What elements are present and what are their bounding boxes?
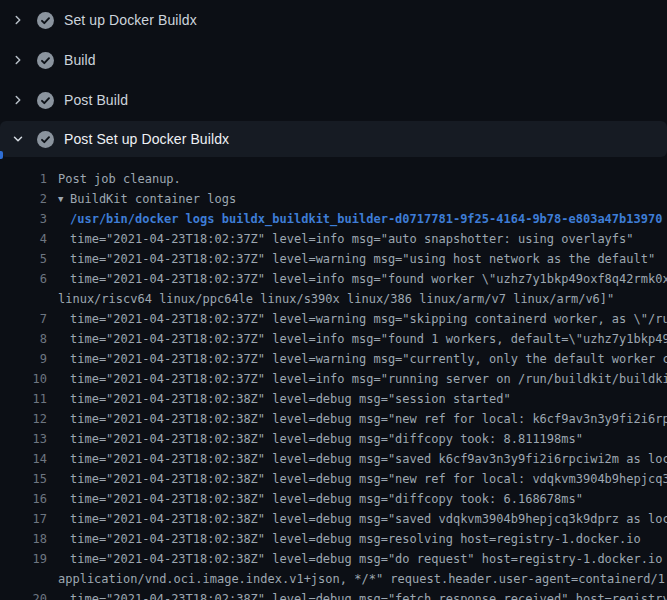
log-text: Post job cleanup. bbox=[47, 169, 181, 189]
log-row: 16time="2021-04-23T18:02:38Z" level=debu… bbox=[0, 489, 667, 509]
log-text: time="2021-04-23T18:02:37Z" level=info m… bbox=[47, 269, 667, 289]
log-text: time="2021-04-23T18:02:37Z" level=info m… bbox=[47, 229, 634, 249]
line-number[interactable]: 5 bbox=[0, 249, 47, 269]
log-row: 7time="2021-04-23T18:02:37Z" level=warni… bbox=[0, 309, 667, 329]
log-row: 4time="2021-04-23T18:02:37Z" level=info … bbox=[0, 229, 667, 249]
log-text: time="2021-04-23T18:02:37Z" level=warnin… bbox=[47, 349, 667, 369]
log-row: 19time="2021-04-23T18:02:38Z" level=debu… bbox=[0, 549, 667, 569]
log-row-continuation: application/vnd.oci.image.index.v1+json,… bbox=[0, 569, 667, 589]
log-text: time="2021-04-23T18:02:38Z" level=debug … bbox=[47, 429, 583, 449]
line-number[interactable]: 7 bbox=[0, 309, 47, 329]
log-row: 2▼BuildKit container logs bbox=[0, 189, 667, 209]
log-command-text: /usr/bin/docker logs buildx_buildkit_bui… bbox=[47, 209, 662, 229]
line-number[interactable]: 4 bbox=[0, 229, 47, 249]
log-text: time="2021-04-23T18:02:38Z" level=debug … bbox=[47, 449, 667, 469]
log-row: 3/usr/bin/docker logs buildx_buildkit_bu… bbox=[0, 209, 667, 229]
chevron-right-icon bbox=[10, 52, 26, 68]
step-title: Set up Docker Buildx bbox=[64, 12, 197, 28]
log-row: 17time="2021-04-23T18:02:38Z" level=debu… bbox=[0, 509, 667, 529]
log-text: time="2021-04-23T18:02:38Z" level=debug … bbox=[47, 549, 667, 569]
log-text: time="2021-04-23T18:02:37Z" level=warnin… bbox=[47, 249, 655, 269]
log-text: application/vnd.oci.image.index.v1+json,… bbox=[47, 569, 667, 589]
line-number[interactable]: 1 bbox=[0, 169, 47, 189]
check-circle-icon bbox=[37, 12, 54, 29]
log-row: 8time="2021-04-23T18:02:37Z" level=info … bbox=[0, 329, 667, 349]
log-text: time="2021-04-23T18:02:38Z" level=debug … bbox=[47, 389, 511, 409]
log-row: 18time="2021-04-23T18:02:38Z" level=debu… bbox=[0, 529, 667, 549]
log-row: 6time="2021-04-23T18:02:37Z" level=info … bbox=[0, 269, 667, 289]
line-number bbox=[0, 289, 47, 309]
log-text: time="2021-04-23T18:02:38Z" level=debug … bbox=[47, 589, 667, 600]
log-text: time="2021-04-23T18:02:38Z" level=debug … bbox=[47, 469, 667, 489]
line-number[interactable]: 11 bbox=[0, 389, 47, 409]
log-row-continuation: linux/riscv64 linux/ppc64le linux/s390x … bbox=[0, 289, 667, 309]
step-row-post-build[interactable]: Post Build bbox=[0, 80, 667, 120]
steps-list: Set up Docker Buildx Build Post Build bbox=[0, 0, 667, 157]
line-number[interactable]: 2 bbox=[0, 189, 47, 209]
group-expanded-caret-icon: ▼ bbox=[58, 189, 70, 209]
log-group-toggle[interactable]: ▼BuildKit container logs bbox=[47, 189, 236, 209]
log-row: 10time="2021-04-23T18:02:37Z" level=info… bbox=[0, 369, 667, 389]
line-number[interactable]: 12 bbox=[0, 409, 47, 429]
chevron-right-icon bbox=[10, 12, 26, 28]
line-number[interactable]: 14 bbox=[0, 449, 47, 469]
line-number[interactable]: 16 bbox=[0, 489, 47, 509]
line-number[interactable]: 20 bbox=[0, 589, 47, 600]
log-area: 1Post job cleanup.2▼BuildKit container l… bbox=[0, 157, 667, 600]
line-number[interactable]: 3 bbox=[0, 209, 47, 229]
log-row: 9time="2021-04-23T18:02:37Z" level=warni… bbox=[0, 349, 667, 369]
log-row: 14time="2021-04-23T18:02:38Z" level=debu… bbox=[0, 449, 667, 469]
line-number[interactable]: 19 bbox=[0, 549, 47, 569]
check-circle-icon bbox=[37, 52, 54, 69]
line-number[interactable]: 10 bbox=[0, 369, 47, 389]
log-text: time="2021-04-23T18:02:38Z" level=debug … bbox=[47, 489, 583, 509]
log-row: 11time="2021-04-23T18:02:38Z" level=debu… bbox=[0, 389, 667, 409]
line-number[interactable]: 6 bbox=[0, 269, 47, 289]
step-title: Post Set up Docker Buildx bbox=[64, 131, 229, 147]
line-number[interactable]: 15 bbox=[0, 469, 47, 489]
line-number[interactable]: 17 bbox=[0, 509, 47, 529]
log-row: 20time="2021-04-23T18:02:38Z" level=debu… bbox=[0, 589, 667, 600]
log-text: time="2021-04-23T18:02:37Z" level=info m… bbox=[47, 329, 667, 349]
log-row: 15time="2021-04-23T18:02:38Z" level=debu… bbox=[0, 469, 667, 489]
log-row: 5time="2021-04-23T18:02:37Z" level=warni… bbox=[0, 249, 667, 269]
line-number[interactable]: 9 bbox=[0, 349, 47, 369]
log-text: time="2021-04-23T18:02:38Z" level=debug … bbox=[47, 409, 667, 429]
line-number bbox=[0, 569, 47, 589]
log-row: 1Post job cleanup. bbox=[0, 169, 667, 189]
focus-accent bbox=[0, 151, 3, 159]
log-row: 12time="2021-04-23T18:02:38Z" level=debu… bbox=[0, 409, 667, 429]
check-circle-icon bbox=[37, 131, 54, 148]
line-number[interactable]: 13 bbox=[0, 429, 47, 449]
step-row-set-up-docker-buildx[interactable]: Set up Docker Buildx bbox=[0, 0, 667, 40]
log-text: time="2021-04-23T18:02:38Z" level=debug … bbox=[47, 509, 667, 529]
step-row-post-set-up-docker-buildx[interactable]: Post Set up Docker Buildx bbox=[0, 121, 667, 157]
line-number[interactable]: 8 bbox=[0, 329, 47, 349]
workflow-log-viewer: Set up Docker Buildx Build Post Build bbox=[0, 0, 667, 600]
log-row: 13time="2021-04-23T18:02:38Z" level=debu… bbox=[0, 429, 667, 449]
step-row-build[interactable]: Build bbox=[0, 40, 667, 80]
check-circle-icon bbox=[37, 92, 54, 109]
step-title: Post Build bbox=[64, 92, 128, 108]
log-text: time="2021-04-23T18:02:37Z" level=info m… bbox=[47, 369, 667, 389]
line-number[interactable]: 18 bbox=[0, 529, 47, 549]
log-text: linux/riscv64 linux/ppc64le linux/s390x … bbox=[47, 289, 614, 309]
chevron-down-icon bbox=[10, 131, 26, 147]
chevron-right-icon bbox=[10, 92, 26, 108]
log-text: time="2021-04-23T18:02:38Z" level=debug … bbox=[47, 529, 641, 549]
step-title: Build bbox=[64, 52, 96, 68]
log-text: time="2021-04-23T18:02:37Z" level=warnin… bbox=[47, 309, 667, 329]
